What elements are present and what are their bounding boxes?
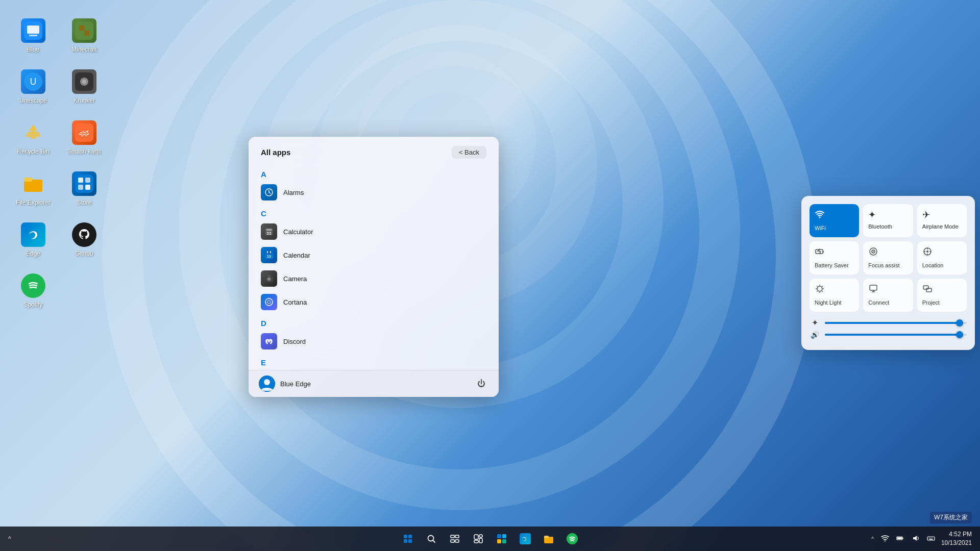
- smash-icon: 🏎: [72, 120, 96, 145]
- desktop-icon-row-4: Edge Github: [10, 214, 107, 265]
- svg-point-31: [268, 232, 270, 233]
- svg-line-81: [822, 286, 822, 286]
- svg-point-67: [873, 251, 874, 252]
- bluetooth-toggle[interactable]: ✦ Bluetooth: [863, 204, 913, 237]
- svg-point-57: [264, 379, 270, 385]
- wifi-toggle[interactable]: WiFi: [810, 204, 859, 237]
- taskbar-widgets-button[interactable]: [468, 529, 488, 549]
- project-toggle[interactable]: Project: [917, 279, 967, 312]
- airplane-label: Airplane Mode: [922, 223, 959, 230]
- edge-icon: [21, 222, 45, 247]
- desktop-icon-edge[interactable]: Edge: [10, 214, 56, 265]
- desktop-icon-smash[interactable]: 🏎 Smash karts: [61, 112, 107, 163]
- svg-point-35: [270, 234, 271, 235]
- airplane-toggle[interactable]: ✈ Airplane Mode: [917, 204, 967, 237]
- app-item-alarms[interactable]: Alarms: [257, 181, 491, 204]
- edge-desktop-label: Edge: [26, 250, 40, 257]
- brightness-thumb[interactable]: [956, 319, 963, 327]
- svg-point-46: [267, 300, 271, 304]
- svg-point-30: [267, 232, 268, 233]
- focus-assist-icon: [868, 246, 878, 259]
- taskbar-spotify-button[interactable]: [562, 529, 582, 549]
- svg-line-79: [817, 286, 817, 286]
- desktop-icon-unescape[interactable]: U Unescape: [10, 61, 56, 112]
- brightness-slider-track[interactable]: [825, 322, 967, 324]
- desktop-icon-blue[interactable]: Blue: [10, 10, 56, 61]
- svg-rect-105: [502, 539, 506, 543]
- volume-thumb[interactable]: [956, 331, 963, 338]
- app-item-calendar[interactable]: 13 Calendar: [257, 243, 491, 267]
- power-button[interactable]: ⏻: [474, 377, 488, 391]
- svg-rect-104: [497, 539, 501, 543]
- battery-saver-toggle[interactable]: Battery Saver: [810, 241, 859, 274]
- file-explorer-label: File Explorer: [16, 199, 50, 206]
- svg-rect-21: [85, 185, 90, 190]
- svg-rect-4: [79, 26, 84, 31]
- svg-rect-90: [404, 539, 407, 543]
- volume-slider-track[interactable]: [825, 334, 967, 336]
- svg-point-43: [268, 278, 271, 281]
- svg-line-80: [822, 291, 822, 291]
- taskbar-search-button[interactable]: [421, 529, 442, 549]
- location-toggle[interactable]: Location: [917, 241, 967, 274]
- taskbar-center: [398, 529, 582, 549]
- svg-rect-2: [29, 35, 37, 36]
- watermark: W7系统之家: [930, 512, 972, 523]
- wifi-label: WiFi: [815, 225, 826, 231]
- svg-rect-22: [24, 226, 42, 244]
- apps-list[interactable]: A Alarms C Calculator 13 Calendar: [249, 165, 499, 370]
- desktop-icon-file-explorer[interactable]: File Explorer: [10, 163, 56, 214]
- desktop-icon-spotify[interactable]: Spotify: [10, 265, 56, 316]
- section-letter-a: A: [257, 165, 491, 181]
- quick-settings-panel: WiFi ✦ Bluetooth ✈ Airplane Mode Battery…: [801, 196, 975, 350]
- back-button[interactable]: < Back: [452, 146, 486, 159]
- tray-wifi-icon[interactable]: [879, 532, 891, 546]
- svg-text:🏎: 🏎: [79, 127, 89, 138]
- svg-rect-19: [85, 178, 90, 183]
- tray-battery-icon[interactable]: [894, 532, 906, 546]
- desktop-icon-recycle[interactable]: Recycle Bin: [10, 112, 56, 163]
- spotify-icon: [21, 273, 45, 298]
- svg-rect-98: [474, 535, 478, 539]
- taskbar-task-view-button[interactable]: [445, 529, 465, 549]
- taskbar-time-line1: 4:52 PM: [941, 530, 972, 539]
- project-label: Project: [922, 299, 940, 306]
- focus-assist-toggle[interactable]: Focus assist: [863, 241, 913, 274]
- all-apps-title: All apps: [261, 148, 290, 157]
- svg-rect-5: [84, 26, 89, 31]
- svg-rect-113: [902, 538, 903, 539]
- discord-name: Discord: [283, 338, 306, 345]
- svg-point-47: [267, 341, 268, 342]
- cortana-icon: [261, 294, 277, 310]
- tray-keyboard-icon[interactable]: [925, 532, 937, 546]
- chevron-icon[interactable]: ^: [8, 535, 11, 542]
- taskbar-right: ^ 4:52 PM 10/13/2021: [869, 530, 972, 547]
- svg-rect-23: [75, 226, 93, 244]
- discord-icon: [261, 333, 277, 349]
- svg-rect-60: [823, 251, 824, 253]
- connect-toggle[interactable]: Connect: [863, 279, 913, 312]
- taskbar-edge-button[interactable]: [515, 529, 535, 549]
- taskbar-store-button[interactable]: [492, 529, 512, 549]
- user-avatar: [259, 375, 275, 392]
- svg-point-58: [819, 217, 821, 218]
- svg-rect-18: [78, 178, 83, 183]
- desktop-icon-krunker[interactable]: Krunker: [61, 61, 107, 112]
- app-item-discord[interactable]: Discord: [257, 330, 491, 353]
- alarms-icon: [261, 184, 277, 201]
- taskbar-start-button[interactable]: [398, 529, 418, 549]
- desktop-icon-store[interactable]: Store: [61, 163, 107, 214]
- desktop-icon-minecraft[interactable]: Minecraft: [61, 10, 107, 61]
- night-light-toggle[interactable]: Night Light: [810, 279, 859, 312]
- svg-point-110: [885, 540, 886, 541]
- tray-sound-icon[interactable]: [910, 532, 922, 546]
- taskbar-time[interactable]: 4:52 PM 10/13/2021: [941, 530, 972, 547]
- app-item-camera[interactable]: Camera: [257, 267, 491, 290]
- taskbar-file-explorer-button[interactable]: [538, 529, 559, 549]
- app-item-calculator[interactable]: Calculator: [257, 220, 491, 243]
- airplane-icon: ✈: [922, 209, 930, 220]
- tray-chevron[interactable]: ^: [869, 534, 876, 544]
- desktop-icon-github[interactable]: Github: [61, 214, 107, 265]
- calendar-name: Calendar: [283, 252, 310, 259]
- app-item-cortana[interactable]: Cortana: [257, 290, 491, 314]
